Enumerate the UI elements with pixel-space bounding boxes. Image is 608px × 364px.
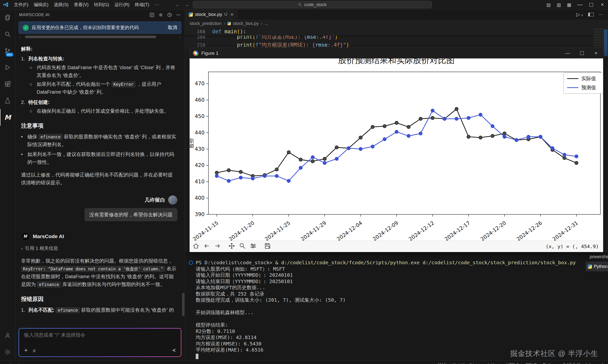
terminal-panel[interactable]: PS D:\codelist\code_stock> & d:/codelist… [185, 252, 608, 360]
terminal-tab-label: powershell [590, 254, 608, 259]
menu-selection[interactable]: 选择(S) [51, 0, 71, 9]
status-bar: ⊗ 0 △ 0 41M 行 227、列 44 空格: 4 UTF-8 CRLF … [0, 360, 608, 364]
sticky-scroll-line[interactable]: 168 def main(): [185, 27, 593, 36]
git-status-badge: U [224, 12, 227, 17]
home-icon[interactable] [192, 243, 199, 250]
breadcrumb-folder[interactable]: stock_prediction [190, 21, 221, 26]
tab-stock-box[interactable]: stock_box.py U × [185, 9, 238, 20]
menu-edit[interactable]: 编辑(E) [31, 0, 51, 9]
panel-more-icon[interactable] [176, 13, 181, 17]
history-icon[interactable] [167, 13, 172, 17]
terminal-line: PS D:\codelist\code_stock> & d:/codelist… [196, 260, 608, 266]
context-hash-icon[interactable]: # [33, 348, 36, 354]
command-decoration-icon[interactable] [189, 260, 193, 265]
terminal-tab-python[interactable]: Python [586, 261, 608, 271]
layout-customize-icon[interactable]: ▦ [564, 2, 574, 8]
code-viewport[interactable]: 168 def main(): 209 print(f"均方误差(MSE): {… [185, 27, 593, 49]
account-icon[interactable] [0, 327, 15, 344]
window-close-button[interactable]: × [597, 0, 608, 9]
item-text: 代码首先检查 DataFrame 中是否包含 'close' 或 'Close'… [37, 64, 177, 79]
search-sidebar-icon[interactable] [0, 26, 15, 42]
editor-more-icon[interactable]: ⋯ [599, 12, 603, 17]
figure-close-button[interactable]: × [589, 48, 603, 58]
chat-input[interactable] [24, 332, 162, 338]
reference-toggle[interactable]: › 引用 1 相关信息 [21, 245, 177, 252]
language-mode[interactable]: Python [543, 363, 557, 364]
pan-icon[interactable] [228, 243, 235, 250]
error-cause-heading: 报错原因 [21, 295, 177, 304]
list-item: • 如果列名不一致，建议在获取数据后立即进行列名转换，以保持代码的一致性。 [21, 150, 177, 166]
extensions-icon[interactable] [0, 76, 15, 92]
source-control-icon[interactable]: 863 [0, 42, 15, 59]
eol-indicator[interactable]: CRLF [525, 363, 537, 364]
layout-panel-icon[interactable]: ▥ [554, 2, 564, 8]
panel-settings-icon[interactable] [158, 13, 163, 17]
series-marker-0 [467, 135, 470, 138]
indentation-indicator[interactable]: 空格: 4 [486, 363, 500, 364]
window-minimize-button[interactable]: — [574, 0, 585, 9]
x-tick-label: 2024-11-29 [300, 220, 327, 241]
nav-forward-icon[interactable]: → [184, 2, 190, 8]
command-center-search[interactable]: code_stock [193, 1, 432, 8]
scrollbar-thumb[interactable] [25, 36, 156, 38]
subplot-config-icon[interactable] [250, 243, 257, 250]
figure-maximize-button[interactable] [575, 48, 589, 58]
settings-gear-icon[interactable] [0, 344, 15, 360]
forward-icon[interactable] [214, 243, 221, 250]
series-marker-1 [299, 166, 302, 169]
send-icon[interactable] [171, 347, 177, 354]
series-marker-1 [407, 134, 410, 138]
encoding-indicator[interactable]: UTF-8 [506, 363, 519, 364]
scroll-left-icon[interactable]: ‹ [19, 36, 20, 38]
terminal-line: 均方根误差(RMSE): 6.5430 [196, 341, 608, 347]
figure-window[interactable]: Figure 1 — × 股价预测结果和实际股价对比图 390400410420… [189, 48, 603, 252]
terminal-tab-powershell[interactable]: powershell [586, 252, 608, 261]
cursor-position[interactable]: 行 227、列 44 [452, 363, 480, 364]
split-editor-icon[interactable] [588, 13, 594, 16]
layout-sidebar-icon[interactable]: ▤ [543, 2, 554, 8]
menu-file[interactable]: 文件(F) [11, 0, 31, 9]
legend-label: 预测值 [581, 84, 596, 91]
item-text: 如果列名不匹配，代码会抛出一个 KeyError ，提示用户 DataFrame… [37, 80, 177, 96]
series-marker-1 [239, 176, 243, 180]
terminal-line: R2分数: 0.7110 [196, 328, 608, 335]
cancel-button[interactable]: 取消 [168, 25, 177, 31]
figure-minimize-button[interactable]: — [561, 48, 575, 58]
problems-indicator[interactable]: ⊗ 0 △ 0 [4, 363, 20, 364]
series-marker-1 [431, 109, 434, 112]
run-python-file-button[interactable]: ▷ ∨ [576, 12, 583, 17]
zoom-icon[interactable] [239, 243, 246, 250]
marscode-ai-icon[interactable]: M [0, 109, 15, 126]
breadcrumb-file[interactable]: stock_box.py [233, 21, 259, 26]
skill-icon[interactable] [24, 348, 28, 354]
series-marker-1 [467, 116, 470, 120]
nav-back-icon[interactable]: ← [174, 2, 181, 8]
legend-entry: 预测值 [567, 84, 603, 91]
scroll-right-icon[interactable]: › [180, 36, 181, 38]
series-marker-0 [299, 158, 302, 161]
bullet-icon: • [21, 133, 27, 148]
breadcrumb-symbol[interactable]: ... [265, 21, 268, 26]
menu-view[interactable]: 查看(V) [71, 0, 91, 9]
back-icon[interactable] [203, 243, 210, 250]
menu-run[interactable]: 运行(R) [112, 0, 132, 9]
python-interpreter[interactable]: 3.12.0 ('fcode': venv) [563, 363, 604, 364]
window-maximize-button[interactable] [585, 0, 597, 9]
item-number: 1. [21, 306, 28, 314]
sidebar-scrollbar[interactable] [182, 293, 185, 316]
explorer-icon[interactable] [0, 9, 15, 26]
series-marker-1 [515, 138, 518, 142]
run-debug-icon[interactable] [0, 59, 15, 76]
bullet-icon: ○ [29, 80, 37, 96]
save-icon[interactable] [264, 243, 271, 250]
menu-go[interactable]: 转到(G) [91, 0, 112, 9]
series-marker-0 [407, 125, 410, 129]
menu-terminal[interactable]: 终端(T) [132, 0, 152, 9]
banner-scrollbar[interactable]: ‹ › [19, 36, 181, 38]
tab-close-icon[interactable]: × [230, 12, 233, 17]
new-chat-icon[interactable] [149, 13, 154, 17]
testing-icon[interactable] [0, 92, 15, 109]
menu-more-icon[interactable]: ⋯ [152, 2, 162, 8]
figure-title-bar[interactable]: Figure 1 — × [190, 48, 603, 58]
memory-indicator[interactable]: 41M [437, 363, 446, 364]
